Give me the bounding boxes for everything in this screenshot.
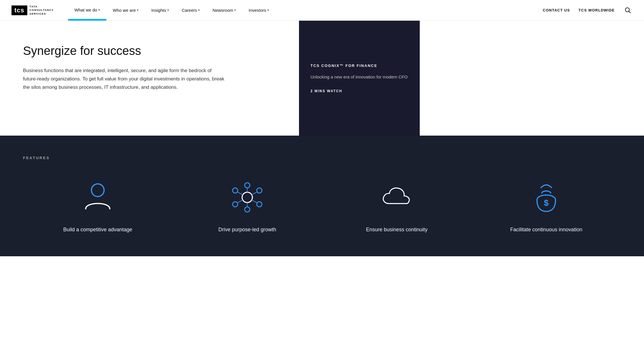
- svg-point-8: [233, 202, 238, 207]
- svg-line-1: [629, 11, 631, 13]
- features-label: FEATURES: [23, 156, 621, 160]
- svg-point-9: [233, 188, 238, 193]
- contact-us-link[interactable]: CONTACT US: [543, 8, 570, 12]
- feature-item-innovation: $ Facilitate continuous innovation: [471, 177, 621, 233]
- nav-item-careers[interactable]: Careers ▾: [175, 0, 206, 21]
- chevron-down-icon: ▾: [137, 8, 139, 12]
- logo-letters: tcs: [12, 5, 27, 15]
- cloud-icon: [377, 177, 417, 217]
- chevron-down-icon: ▾: [198, 8, 200, 12]
- side-panel-title: TCS COGNIX™ FOR FINANCE: [310, 63, 408, 68]
- nav-item-insights[interactable]: Insights ▾: [145, 0, 175, 21]
- features-grid: Build a competitive advantage: [23, 177, 621, 233]
- feature-title-innovation: Facilitate continuous innovation: [510, 226, 582, 233]
- chevron-down-icon: ▾: [234, 8, 236, 12]
- tcs-worldwide-link[interactable]: TCS WORLDWIDE: [578, 8, 615, 12]
- search-icon: [625, 7, 631, 14]
- side-panel-description: Unlocking a new era of innovation for mo…: [310, 74, 408, 80]
- person-icon: [78, 177, 118, 217]
- svg-line-11: [252, 192, 257, 195]
- hero-body: Business functions that are integrated, …: [23, 67, 224, 92]
- hero-section: Synergize for success Business functions…: [0, 21, 299, 136]
- nav-right: CONTACT US TCS WORLDWIDE: [543, 6, 632, 15]
- main-content: Synergize for success Business functions…: [0, 21, 644, 136]
- nav-item-who-we-are[interactable]: Who we are ▾: [106, 0, 145, 21]
- search-button[interactable]: [623, 6, 632, 15]
- nav-item-investors[interactable]: Investors ▾: [242, 0, 275, 21]
- svg-text:$: $: [544, 198, 549, 207]
- feature-title-continuity: Ensure business continuity: [366, 226, 428, 233]
- network-icon: [227, 177, 267, 217]
- svg-point-3: [242, 192, 252, 203]
- feature-title-competitive: Build a competitive advantage: [63, 226, 132, 233]
- svg-line-15: [238, 192, 243, 195]
- svg-line-12: [252, 200, 257, 203]
- chevron-down-icon: ▾: [167, 8, 169, 12]
- feature-item-continuity: Ensure business continuity: [322, 177, 471, 233]
- logo-text: TATA CONSULTANCY SERVICES: [30, 5, 54, 16]
- svg-point-4: [245, 183, 250, 188]
- chevron-down-icon: ▾: [267, 8, 269, 12]
- feature-title-growth: Drive purpose-led growth: [218, 226, 276, 233]
- features-section: FEATURES Build a competitive advantage: [0, 136, 644, 256]
- svg-point-2: [91, 184, 104, 197]
- svg-point-5: [257, 188, 262, 193]
- navbar: tcs TATA CONSULTANCY SERVICES What we do…: [0, 0, 644, 21]
- money-bag-icon: $: [526, 177, 566, 217]
- nav-item-newsroom[interactable]: Newsroom ▾: [206, 0, 242, 21]
- feature-item-growth: Drive purpose-led growth: [172, 177, 322, 233]
- side-panel: TCS COGNIX™ FOR FINANCE Unlocking a new …: [299, 21, 420, 136]
- side-panel-watch[interactable]: 2 MINS WATCH: [310, 89, 408, 93]
- nav-links: What we do ▾ Who we are ▾ Insights ▾ Car…: [68, 0, 543, 21]
- feature-item-competitive: Build a competitive advantage: [23, 177, 172, 233]
- nav-item-what-we-do[interactable]: What we do ▾: [68, 0, 106, 21]
- hero-title: Synergize for success: [23, 44, 282, 58]
- logo[interactable]: tcs TATA CONSULTANCY SERVICES: [12, 5, 54, 16]
- chevron-down-icon: ▾: [98, 8, 100, 12]
- svg-line-14: [238, 200, 243, 203]
- svg-point-7: [245, 207, 250, 212]
- svg-point-6: [257, 202, 262, 207]
